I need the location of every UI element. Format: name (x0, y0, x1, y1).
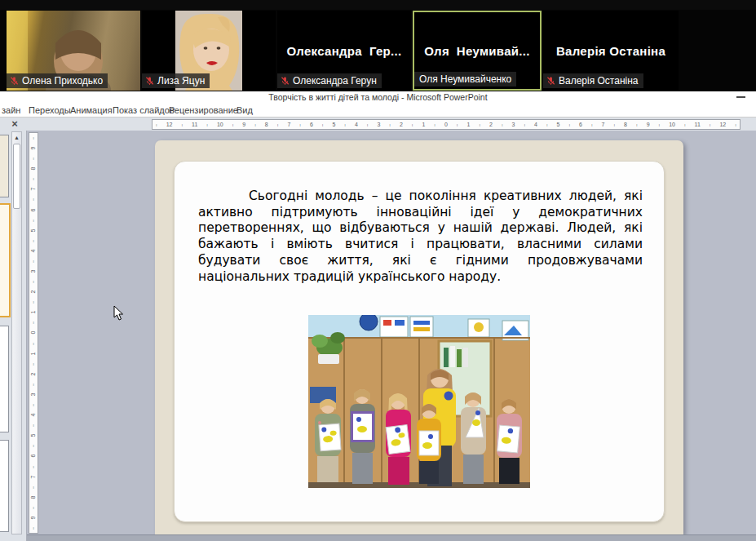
horizontal-ruler: ı12ı11ı10ı9ı8ı7ı6ı5ı4ı3ı2ı1ı0ı1ı2ı3ı4ı5ı… (152, 119, 741, 130)
nameplate: Валерія Останіна (543, 73, 643, 88)
nameplate: Оля Неумивайченко (414, 72, 516, 86)
vertical-ruler: ı9ı8ı7ı6ı5ı4ı3ı2ı1ı0ı1ı2ı3ı4ı5ı6ı7ı8ı9ı (29, 132, 38, 534)
close-thumbnails-icon[interactable]: × (8, 118, 21, 130)
nameplate: Олександра Герун (277, 73, 382, 88)
nameplate-text: Олена Приходько (22, 75, 103, 86)
scrollbar-thumb[interactable] (13, 144, 20, 209)
slide-thumbnail-1[interactable] (0, 135, 9, 197)
slide-thumbnail-3[interactable] (0, 326, 9, 432)
screen: Вы просматриваете экран Оля Неумивайченк… (0, 0, 756, 541)
nameplate: Олена Приходько (7, 73, 108, 88)
scroll-up-icon[interactable]: ▲ (12, 133, 21, 142)
tab-animations[interactable]: Анимация (70, 105, 113, 115)
nameplate-text: Оля Неумивайченко (419, 73, 511, 85)
ppt-window-title: Творчість в житті дітей та молоді - Micr… (268, 92, 487, 102)
slide-body-text[interactable]: Сьогодні молодь – це покоління креативни… (198, 188, 643, 285)
zoom-top-bar (0, 0, 756, 10)
participant-video-strip: Олена Приходько (0, 10, 756, 91)
bottom-strip (27, 534, 756, 541)
nameplate: Лиза Яцун (142, 73, 210, 88)
participant-tile-oleksandra-herun[interactable]: Олександра Гер... Олександра Герун (277, 11, 411, 91)
tab-design-cropped[interactable]: зайн (2, 105, 20, 115)
slide-thumbnail-4[interactable] (0, 440, 9, 532)
tab-view[interactable]: Вид (237, 105, 253, 115)
tab-transitions[interactable]: Переходы (29, 105, 71, 115)
participant-tile-olena-prykhodko[interactable]: Олена Приходько (7, 11, 140, 91)
muted-mic-icon (546, 76, 555, 86)
nameplate-text: Лиза Яцун (157, 75, 205, 86)
participant-tile-valeria-ostanina[interactable]: Валерія Останіна Валерія Останіна (543, 11, 679, 91)
tab-slideshow[interactable]: Показ слайдов (113, 105, 175, 115)
participant-tile-liza-yatsun[interactable]: Лиза Яцун (142, 11, 276, 91)
tab-review[interactable]: Рецензирование (169, 105, 238, 115)
participant-tile-olya-neumyvaichenko[interactable]: Оля Неумивай... Оля Неумивайченко (413, 11, 542, 91)
slide-thumbnail-2-selected[interactable] (0, 203, 11, 317)
thumbnails-scrollbar[interactable]: ▲ (11, 131, 22, 534)
slide-photo[interactable] (308, 315, 530, 488)
ppt-ribbon-tabs: зайн Переходы Анимация Показ слайдов Рец… (0, 103, 756, 118)
muted-mic-icon (10, 76, 19, 86)
nameplate-text: Олександра Герун (293, 75, 377, 86)
ppt-title-bar: Творчість в житті дітей та молоді - Micr… (0, 91, 756, 103)
nameplate-text: Валерія Останіна (559, 75, 639, 86)
minimize-icon[interactable] (736, 96, 745, 98)
muted-mic-icon (145, 76, 154, 86)
muted-mic-icon (281, 76, 290, 86)
slide-photo-illustration (308, 315, 530, 488)
